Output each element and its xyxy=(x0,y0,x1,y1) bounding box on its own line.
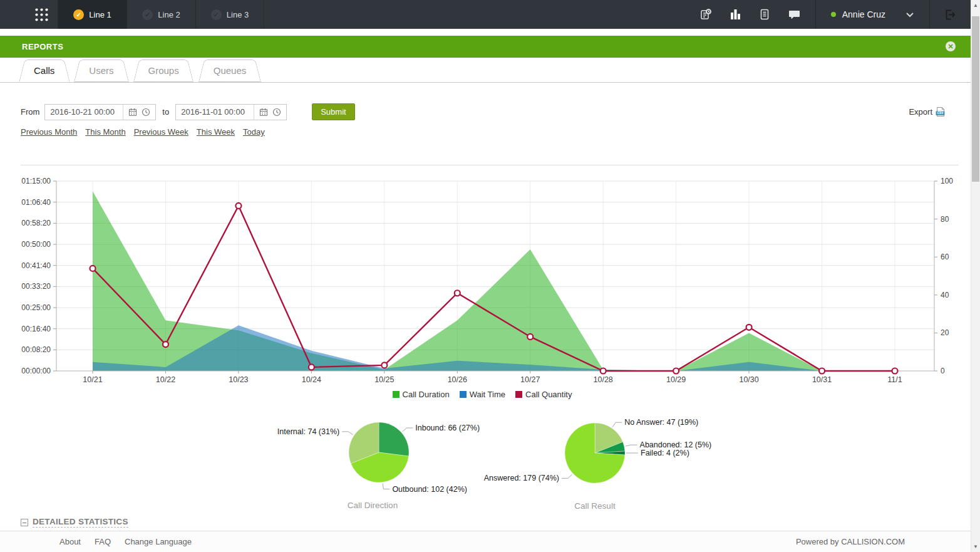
chat-button[interactable] xyxy=(780,0,809,29)
pie-slice-inbound[interactable] xyxy=(379,422,409,456)
footer-link-change-language[interactable]: Change Language xyxy=(125,537,192,546)
powered-by-link[interactable]: Powered by CALLISION.COM xyxy=(796,537,905,546)
link-previous-week[interactable]: Previous Week xyxy=(134,127,188,137)
link-previous-month[interactable]: Previous Month xyxy=(21,127,77,137)
link-this-month[interactable]: This Month xyxy=(85,127,125,137)
user-menu[interactable]: Annie Cruz xyxy=(822,9,923,19)
tab-label: Queues xyxy=(214,65,247,76)
svg-text:CSV: CSV xyxy=(937,112,944,115)
pie-label-failed: Failed: 4 (2%) xyxy=(641,449,689,457)
detailed-statistics-toggle[interactable]: DETAILED STATISTICS xyxy=(21,517,128,528)
calendar-icon[interactable] xyxy=(259,108,268,117)
right-axis-label: 100 xyxy=(941,177,953,185)
legend-item-wait-time[interactable]: Wait Time xyxy=(460,390,505,399)
date-filter-row: From to xyxy=(21,103,355,120)
data-point-10-28[interactable] xyxy=(601,368,606,374)
x-axis-label: 10/28 xyxy=(594,375,613,384)
legend-item-call-quantity[interactable]: Call Quantity xyxy=(515,390,572,399)
vertical-scrollbar[interactable]: ▲ ▼ xyxy=(971,0,980,552)
left-axis-label: 00:50:00 xyxy=(21,240,51,249)
left-axis-label: 00:33:20 xyxy=(21,282,51,291)
submit-button[interactable]: Submit xyxy=(312,103,354,120)
x-axis-label: 10/23 xyxy=(229,375,248,384)
tab-label: Groups xyxy=(148,65,179,76)
app-grid-icon xyxy=(34,8,49,22)
line-tab-label: Line 3 xyxy=(227,10,249,19)
data-point-10-25[interactable] xyxy=(381,362,387,368)
pie-label-outbound: Outbound: 102 (42%) xyxy=(392,485,467,494)
scrollbar-down-arrow[interactable]: ▼ xyxy=(971,544,980,549)
close-reports-button[interactable]: ✕ xyxy=(946,41,956,51)
logout-button[interactable] xyxy=(936,0,962,29)
left-axis-label: 01:15:00 xyxy=(21,177,51,185)
bar-chart-icon xyxy=(729,8,741,21)
data-point-10-31[interactable] xyxy=(819,368,825,374)
footer-link-faq[interactable]: FAQ xyxy=(95,537,111,546)
data-point-10-27[interactable] xyxy=(527,334,533,340)
tab-users[interactable]: Users xyxy=(74,60,128,82)
link-this-week[interactable]: This Week xyxy=(197,127,235,137)
to-date-input[interactable] xyxy=(176,107,254,117)
x-axis-label: 10/25 xyxy=(374,375,394,384)
data-point-10-23[interactable] xyxy=(235,203,241,209)
app-window: ✓ Line 1 ✓ Line 2 ✓ Line 3 xyxy=(0,0,980,552)
calendar-icon[interactable] xyxy=(128,108,137,117)
combo-chart: 01:15:0001:06:4000:58:2000:50:0000:41:40… xyxy=(0,169,964,388)
detailed-statistics-label: DETAILED STATISTICS xyxy=(33,517,128,528)
data-point-10-24[interactable] xyxy=(309,364,314,370)
user-name: Annie Cruz xyxy=(842,9,885,19)
footer: About FAQ Change Language Powered by CAL… xyxy=(0,531,971,552)
right-axis-label: 40 xyxy=(941,291,949,299)
data-point-11-1[interactable] xyxy=(892,368,898,374)
report-tabs: Calls Users Groups Queues xyxy=(0,60,971,83)
check-circle-icon: ✓ xyxy=(211,9,222,20)
documents-button[interactable] xyxy=(750,0,780,29)
line-tab-2[interactable]: ✓ Line 2 xyxy=(126,0,195,29)
pie-label-connector xyxy=(403,428,413,432)
data-point-10-30[interactable] xyxy=(746,325,752,330)
right-axis-label: 60 xyxy=(941,253,949,261)
data-point-10-21[interactable] xyxy=(90,266,96,271)
tab-groups[interactable]: Groups xyxy=(133,60,194,82)
app-grid-button[interactable] xyxy=(25,0,58,29)
pie-label-connector xyxy=(383,484,389,489)
x-axis-label: 11/1 xyxy=(887,375,902,384)
legend-swatch-call-quantity xyxy=(515,391,522,398)
x-axis-label: 10/24 xyxy=(302,375,321,384)
right-axis-label: 20 xyxy=(941,328,949,337)
left-axis-label: 00:58:20 xyxy=(21,219,51,227)
data-point-10-22[interactable] xyxy=(163,341,168,347)
x-axis-label: 10/31 xyxy=(812,375,832,384)
scrollbar-up-arrow[interactable]: ▲ xyxy=(971,3,980,8)
data-point-10-29[interactable] xyxy=(673,368,679,374)
x-axis-label: 10/29 xyxy=(666,375,686,384)
from-date-input[interactable] xyxy=(45,107,123,117)
clock-icon[interactable] xyxy=(272,108,281,117)
clock-icon[interactable] xyxy=(142,108,150,117)
left-axis-label: 01:06:40 xyxy=(21,198,51,207)
reports-button[interactable] xyxy=(721,0,750,29)
to-datebox xyxy=(175,104,287,120)
from-date-pickers xyxy=(123,105,155,120)
export-label: Export xyxy=(909,107,932,117)
chat-icon xyxy=(788,8,801,21)
scrollbar-thumb[interactable] xyxy=(972,16,979,182)
link-today[interactable]: Today xyxy=(243,127,265,137)
left-axis-label: 00:16:40 xyxy=(21,325,51,333)
right-axis-label: 80 xyxy=(941,215,949,224)
export-button[interactable]: Export CSV xyxy=(909,107,946,117)
legend-item-call-duration[interactable]: Call Duration xyxy=(393,390,450,399)
pie-label-connector xyxy=(612,422,622,427)
pie-label-connector xyxy=(562,474,572,478)
call-history-button[interactable] xyxy=(691,0,721,29)
line-tab-3[interactable]: ✓ Line 3 xyxy=(195,0,264,29)
tab-calls[interactable]: Calls xyxy=(19,60,70,82)
quick-date-links: Previous Month This Month Previous Week … xyxy=(21,127,265,137)
footer-link-about[interactable]: About xyxy=(59,537,81,546)
line-tab-1[interactable]: ✓ Line 1 xyxy=(58,0,126,29)
pie-label-answered: Answered: 179 (74%) xyxy=(484,474,559,482)
from-label: From xyxy=(21,107,39,117)
footer-links: About FAQ Change Language xyxy=(59,537,192,546)
tab-queues[interactable]: Queues xyxy=(199,60,262,82)
data-point-10-26[interactable] xyxy=(455,290,460,296)
